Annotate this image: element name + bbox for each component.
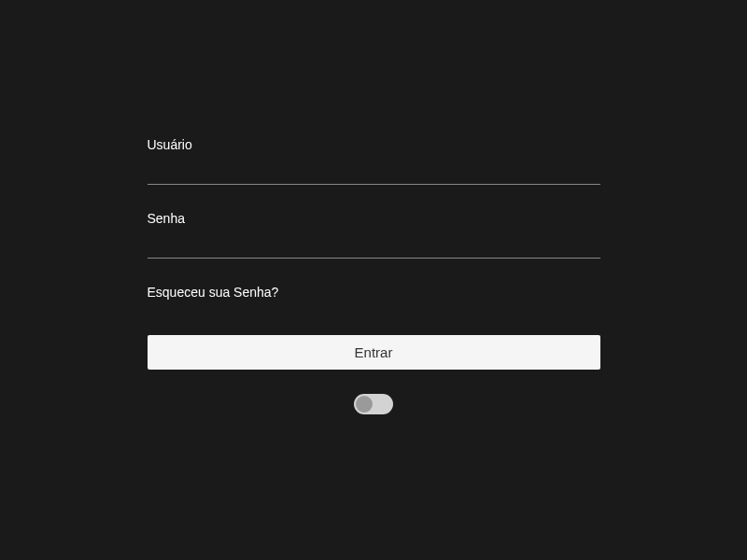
password-input[interactable]: [148, 231, 600, 259]
password-label: Senha: [148, 211, 600, 226]
toggle-container: [148, 394, 600, 414]
username-input[interactable]: [148, 158, 600, 185]
submit-button[interactable]: Entrar: [148, 335, 600, 370]
toggle-knob: [356, 396, 373, 413]
username-label: Usuário: [148, 137, 600, 152]
username-field-group: Usuário: [148, 137, 600, 185]
login-form: Usuário Senha Esqueceu sua Senha? Entrar: [148, 137, 600, 414]
password-field-group: Senha: [148, 211, 600, 259]
forgot-password-link[interactable]: Esqueceu sua Senha?: [148, 285, 600, 300]
theme-toggle[interactable]: [354, 394, 393, 414]
